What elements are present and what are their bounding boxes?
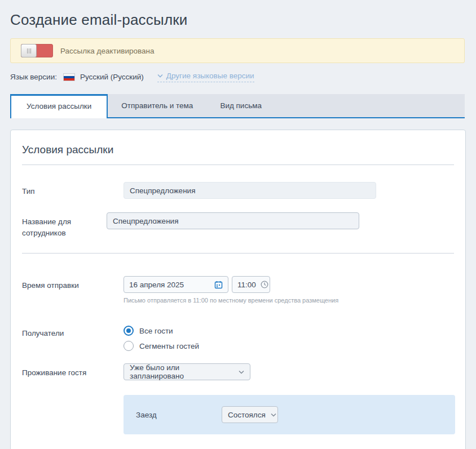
toggle-knob[interactable] — [21, 44, 37, 57]
page-title: Создание email-рассылки — [10, 11, 466, 29]
send-time-hint: Письмо отправляется в 11:00 по местному … — [124, 297, 338, 304]
send-time-label: Время отправки — [22, 276, 124, 291]
guest-stay-row: Проживание гостя Уже было или запланиров… — [22, 363, 454, 380]
mailing-conditions-card: Условия рассылки Тип Название для сотруд… — [10, 130, 466, 449]
arrival-value: Состоялся — [228, 411, 266, 419]
send-time-controls: 16 апреля 2025 11:00 — [124, 276, 338, 304]
radio-option-guest-segments[interactable]: Сегменты гостей — [124, 341, 199, 351]
recipients-radio-group: Все гости Сегменты гостей — [124, 324, 199, 351]
arrival-label: Заезд — [136, 411, 222, 419]
date-value: 16 апреля 2025 — [129, 281, 184, 289]
clock-icon — [261, 281, 268, 288]
other-language-versions-label: Другие языковые версии — [166, 72, 254, 80]
staff-name-label: Название для сотрудников — [22, 212, 107, 238]
card-heading: Условия рассылки — [22, 144, 454, 156]
type-input — [124, 182, 376, 199]
arrival-select[interactable]: Состоялся — [222, 406, 278, 423]
staff-name-row: Название для сотрудников — [22, 212, 454, 238]
date-picker-button[interactable]: 16 апреля 2025 — [124, 276, 228, 293]
mailing-activation-toggle[interactable] — [21, 44, 53, 57]
tab-sender-and-subject[interactable]: Отправитель и тема — [108, 94, 206, 117]
heading-divider — [22, 165, 454, 165]
recipients-label: Получатели — [22, 324, 124, 339]
guest-stay-select[interactable]: Уже было или запланировано — [124, 363, 250, 380]
type-row: Тип — [22, 182, 454, 199]
send-time-row: Время отправки 16 апреля 2025 — [22, 276, 454, 304]
language-row: Язык версии: Русский (Русский) Другие яз… — [10, 72, 466, 82]
radio-option-all-guests[interactable]: Все гости — [124, 326, 199, 336]
chevron-down-icon — [157, 74, 163, 78]
calendar-icon — [214, 281, 223, 289]
toggle-grip-icon — [27, 48, 31, 54]
time-picker-button[interactable]: 11:00 — [232, 276, 270, 293]
tab-mailing-conditions[interactable]: Условия рассылки — [10, 94, 108, 118]
arrival-panel: Заезд Состоялся — [124, 395, 455, 434]
radio-selected-icon[interactable] — [124, 326, 134, 336]
recipients-row: Получатели Все гости Сегменты гостей — [22, 324, 454, 351]
section-divider — [22, 253, 454, 254]
time-value: 11:00 — [237, 281, 256, 289]
guest-stay-value: Уже было или запланировано — [130, 363, 233, 380]
radio-unselected-icon[interactable] — [124, 341, 134, 351]
deactivated-banner: Рассылка деактивирована — [10, 38, 465, 63]
radio-option-label: Все гости — [139, 327, 173, 335]
banner-status-text: Рассылка деактивирована — [60, 47, 155, 55]
tabbar: Условия рассылки Отправитель и тема Вид … — [10, 94, 465, 118]
language-label: Язык версии: — [10, 73, 57, 81]
radio-option-label: Сегменты гостей — [139, 342, 199, 350]
chevron-down-icon — [239, 370, 244, 374]
language-current-value: Русский (Русский) — [80, 73, 144, 81]
guest-stay-label: Проживание гостя — [22, 363, 124, 379]
chevron-down-icon — [271, 413, 276, 417]
russia-flag-icon — [63, 73, 75, 81]
type-label: Тип — [22, 182, 124, 197]
other-language-versions-link[interactable]: Другие языковые версии — [157, 72, 254, 82]
staff-name-input[interactable] — [107, 212, 359, 229]
tab-letter-appearance[interactable]: Вид письма — [206, 94, 275, 117]
